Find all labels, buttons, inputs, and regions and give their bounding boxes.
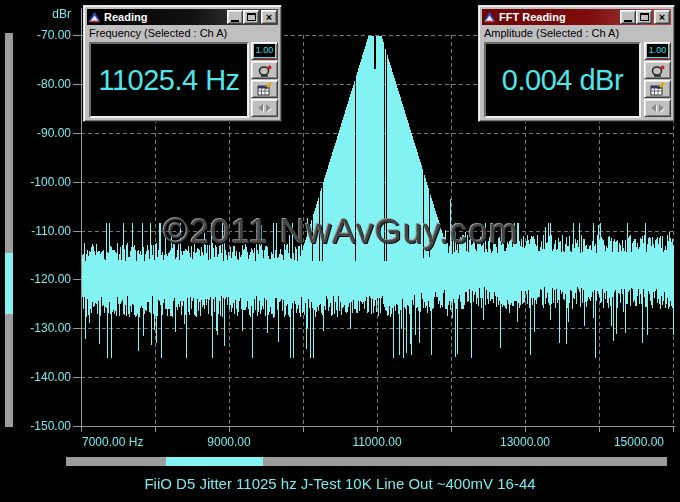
amplitude-readout-display: 0.004 dBr	[484, 42, 641, 118]
close-icon: ×	[659, 12, 665, 22]
reading-channel-label: Frequency (Selected : Ch A)	[89, 27, 227, 39]
window-icon	[88, 11, 101, 23]
frequency-readout-display: 11025.4 Hz	[89, 42, 249, 118]
prev-arrow-icon	[651, 104, 656, 112]
maximize-button[interactable]	[636, 10, 652, 24]
horizontal-range-thumb[interactable]	[166, 457, 263, 466]
minimize-button[interactable]	[227, 10, 243, 24]
x-axis-label: 11000.00	[352, 436, 401, 449]
graph-caption: FiiO D5 Jitter 11025 hz J-Test 10K Line …	[0, 475, 680, 492]
x-axis-label: 7000.00 Hz	[82, 436, 143, 449]
scale-value: 1.00	[254, 44, 276, 58]
meter-icon	[257, 63, 273, 78]
minimize-icon	[624, 20, 632, 22]
maximize-icon	[247, 13, 256, 21]
close-icon: ×	[266, 12, 272, 22]
next-arrow-icon	[659, 104, 664, 112]
prev-arrow-icon	[258, 104, 263, 112]
frequency-readout-value: 11025.4 Hz	[98, 64, 239, 97]
vertical-range-thumb[interactable]	[5, 253, 13, 314]
meter-icon	[650, 63, 666, 78]
scale-button[interactable]: 1.00	[644, 42, 671, 60]
prev-next-buttons[interactable]	[251, 99, 278, 117]
edit-settings-button[interactable]	[644, 80, 671, 98]
maximize-button[interactable]	[243, 10, 259, 24]
x-axis-label: 15000.00	[614, 436, 664, 449]
minimize-icon	[231, 20, 239, 22]
amplitude-readout-value: 0.004 dBr	[502, 64, 623, 97]
fft-reading-titlebar[interactable]: FFT Reading ×	[482, 9, 671, 25]
prev-next-buttons[interactable]	[644, 99, 671, 117]
fft-channel-label: Amplitude (Selected : Ch A)	[484, 27, 619, 39]
window-icon	[483, 11, 496, 23]
next-arrow-icon	[266, 104, 271, 112]
x-axis-label: 13000.00	[500, 436, 550, 449]
watermark: ©2011 NwAvGuy.com	[163, 211, 519, 251]
monitor-button[interactable]	[251, 61, 278, 79]
analyzer-screen: dBr -70.00-80.00-90.00-100.00-110.00-120…	[0, 0, 680, 502]
scale-value: 1.00	[647, 44, 669, 58]
monitor-button[interactable]	[644, 61, 671, 79]
y-axis-unit-label: dBr	[0, 7, 71, 21]
maximize-icon	[640, 13, 649, 21]
window-title: FFT Reading	[496, 11, 620, 23]
vertical-range-scrollbar[interactable]	[5, 33, 13, 427]
minimize-button[interactable]	[620, 10, 636, 24]
window-title: Reading	[101, 11, 227, 23]
close-button[interactable]: ×	[654, 10, 670, 24]
close-button[interactable]: ×	[261, 10, 277, 24]
x-axis-label: 9000.00	[207, 436, 250, 449]
horizontal-range-scrollbar[interactable]	[66, 457, 667, 466]
edit-table-icon	[650, 82, 666, 97]
reading-window: Reading × Frequency (Selected : Ch A) 11…	[83, 5, 282, 122]
reading-titlebar[interactable]: Reading ×	[87, 9, 278, 25]
scale-button[interactable]: 1.00	[251, 42, 278, 60]
edit-table-icon	[257, 82, 273, 97]
edit-settings-button[interactable]	[251, 80, 278, 98]
fft-reading-window: FFT Reading × Amplitude (Selected : Ch A…	[478, 5, 675, 122]
